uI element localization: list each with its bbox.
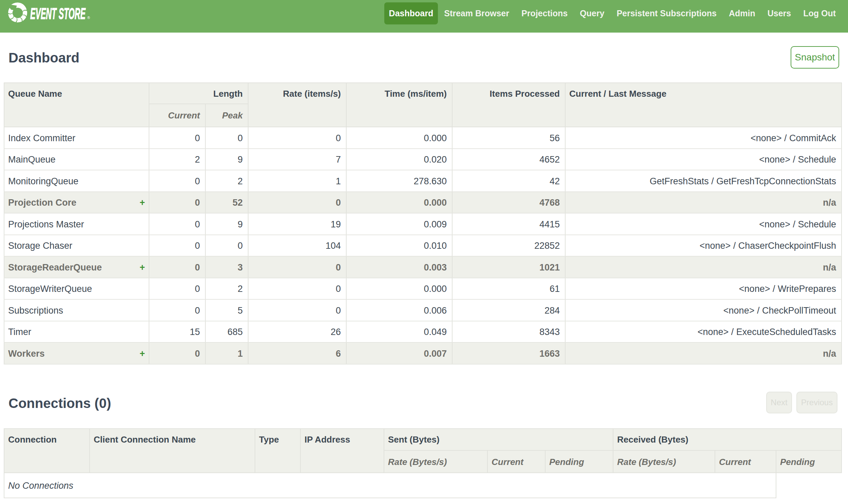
svg-text:EVENT STORE: EVENT STORE: [30, 5, 86, 22]
svg-text:®: ®: [87, 16, 90, 20]
